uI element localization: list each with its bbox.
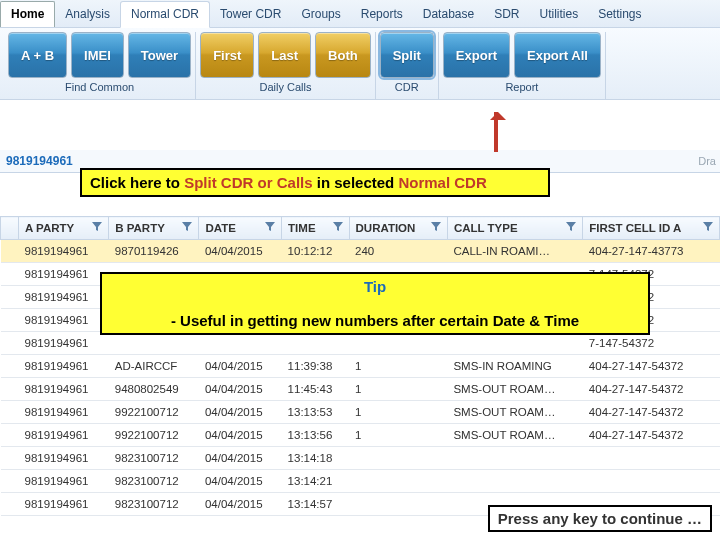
cell: 1 [349, 401, 447, 424]
table-row[interactable]: 9819194961992210071204/04/201513:13:531S… [1, 401, 720, 424]
table-row[interactable]: 9819194961AD-AIRCCF04/04/201511:39:381SM… [1, 355, 720, 378]
filter-icon[interactable] [333, 222, 343, 232]
filter-icon[interactable] [431, 222, 441, 232]
row-gutter [1, 332, 19, 355]
cell [349, 493, 447, 516]
cell: 240 [349, 240, 447, 263]
arrow-to-split [494, 112, 498, 152]
menu-tab-tower-cdr[interactable]: Tower CDR [210, 2, 291, 27]
table-row[interactable]: 9819194961992210071204/04/201513:13:561S… [1, 424, 720, 447]
col-select[interactable] [1, 217, 19, 240]
cell: 9480802549 [109, 378, 199, 401]
cell: 04/04/2015 [199, 240, 282, 263]
col-call-type[interactable]: CALL TYPE [447, 217, 582, 240]
menu-tab-reports[interactable]: Reports [351, 2, 413, 27]
export-all-button[interactable]: Export All [514, 32, 601, 78]
col-date[interactable]: DATE [199, 217, 282, 240]
ribbon-group-daily-calls: FirstLastBothDaily Calls [196, 32, 376, 99]
cell: SMS-IN ROAMING [447, 355, 582, 378]
cell: 9819194961 [19, 378, 109, 401]
tower-button[interactable]: Tower [128, 32, 191, 78]
both-button[interactable]: Both [315, 32, 371, 78]
ribbon-group-label: CDR [395, 78, 419, 97]
ribbon-group-find-common: A + BIMEITowerFind Common [4, 32, 196, 99]
cell: SMS-OUT ROAM… [447, 378, 582, 401]
cell [583, 470, 720, 493]
menu-tab-analysis[interactable]: Analysis [55, 2, 120, 27]
filter-icon[interactable] [703, 222, 713, 232]
row-gutter [1, 401, 19, 424]
a-b-button[interactable]: A + B [8, 32, 67, 78]
col-a-party[interactable]: A PARTY [19, 217, 109, 240]
row-gutter [1, 286, 19, 309]
ribbon-group-report: ExportExport AllReport [439, 32, 606, 99]
last-button[interactable]: Last [258, 32, 311, 78]
menu-tab-database[interactable]: Database [413, 2, 484, 27]
cell: 404-27-147-54372 [583, 424, 720, 447]
cell: 04/04/2015 [199, 401, 282, 424]
menu-tab-sdr[interactable]: SDR [484, 2, 529, 27]
cell: 13:13:56 [282, 424, 349, 447]
ribbon-group-label: Find Common [65, 78, 134, 97]
cell: 10:12:12 [282, 240, 349, 263]
filter-icon[interactable] [182, 222, 192, 232]
cell: 9819194961 [19, 424, 109, 447]
row-gutter [1, 470, 19, 493]
menu-tab-home[interactable]: Home [0, 1, 55, 27]
cell: 9819194961 [19, 309, 109, 332]
menu-tab-normal-cdr[interactable]: Normal CDR [120, 1, 210, 28]
cell: 04/04/2015 [199, 378, 282, 401]
row-gutter [1, 378, 19, 401]
callout-red2: Normal CDR [398, 174, 486, 191]
cell: 9819194961 [19, 263, 109, 286]
filter-icon[interactable] [92, 222, 102, 232]
imei-button[interactable]: IMEI [71, 32, 124, 78]
cell [349, 470, 447, 493]
col-duration[interactable]: DURATION [349, 217, 447, 240]
cell: 04/04/2015 [199, 493, 282, 516]
cell: 9819194961 [19, 286, 109, 309]
cell: 404-27-147-43773 [583, 240, 720, 263]
cell: SMS-OUT ROAM… [447, 424, 582, 447]
cell: 04/04/2015 [199, 470, 282, 493]
table-row[interactable]: 9819194961982310071204/04/201513:14:18 [1, 447, 720, 470]
first-button[interactable]: First [200, 32, 254, 78]
record-id: 9819194961 [6, 154, 73, 168]
cell: 404-27-147-54372 [583, 401, 720, 424]
table-row[interactable]: 9819194961948080254904/04/201511:45:431S… [1, 378, 720, 401]
filter-icon[interactable] [265, 222, 275, 232]
menu-tab-utilities[interactable]: Utilities [530, 2, 589, 27]
cdr-table: A PARTY B PARTY DATE TIME DURATION CALL … [0, 216, 720, 516]
filter-icon[interactable] [566, 222, 576, 232]
export-button[interactable]: Export [443, 32, 510, 78]
callout-mid: in selected [313, 174, 399, 191]
col-b-party[interactable]: B PARTY [109, 217, 199, 240]
drag-hint: Dra [698, 155, 716, 167]
cell: 1 [349, 424, 447, 447]
col-first-cell-id-a[interactable]: FIRST CELL ID A [583, 217, 720, 240]
cell: 1 [349, 355, 447, 378]
menu-tab-groups[interactable]: Groups [291, 2, 350, 27]
cell: 13:13:53 [282, 401, 349, 424]
press-key-continue[interactable]: Press any key to continue … [488, 505, 712, 532]
menu-tab-settings[interactable]: Settings [588, 2, 651, 27]
split-button[interactable]: Split [380, 32, 434, 78]
row-gutter [1, 447, 19, 470]
cell: 9870119426 [109, 240, 199, 263]
cell: 9819194961 [19, 240, 109, 263]
cell: 404-27-147-54372 [583, 355, 720, 378]
callout-main: Click here to Split CDR or Calls in sele… [80, 168, 550, 197]
cell: 1 [349, 378, 447, 401]
table-row[interactable]: 9819194961982310071204/04/201513:14:21 [1, 470, 720, 493]
cell: 13:14:18 [282, 447, 349, 470]
col-time[interactable]: TIME [282, 217, 349, 240]
cell [447, 447, 582, 470]
row-gutter [1, 263, 19, 286]
table-row[interactable]: 9819194961987011942604/04/201510:12:1224… [1, 240, 720, 263]
cell: 13:14:21 [282, 470, 349, 493]
cell: 9823100712 [109, 493, 199, 516]
cell [349, 447, 447, 470]
row-gutter [1, 493, 19, 516]
tip-title: Tip [364, 278, 386, 295]
menu-bar: HomeAnalysisNormal CDRTower CDRGroupsRep… [0, 0, 720, 28]
